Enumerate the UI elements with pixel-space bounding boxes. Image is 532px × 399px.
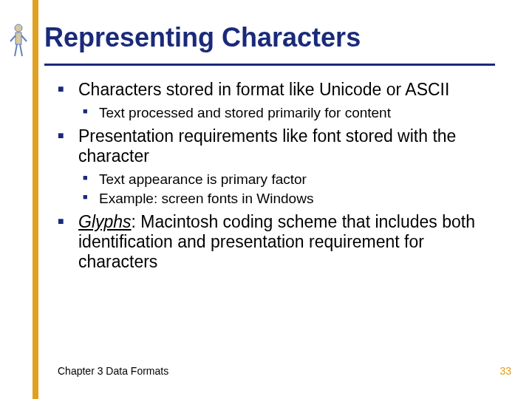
footer-page-number: 33 [499,365,511,377]
svg-line-5 [20,44,22,56]
bullet-text: Characters stored in format like Unicode… [78,80,449,99]
sub-bullet-text: Text processed and stored primarily for … [99,105,391,120]
content-area: Characters stored in format like Unicode… [58,80,494,276]
sub-bullet-text: Text appearance is primary factor [99,171,307,187]
glyphs-term: Glyphs [78,212,132,231]
bullet-text-rest: : Macintosh coding scheme that includes … [78,212,475,271]
bullet-text: Presentation requirements like font stor… [78,126,456,166]
sub-bullet-item: Text processed and stored primarily for … [83,104,494,122]
sub-bullet-text: Example: screen fonts in Windows [99,191,313,206]
sub-bullet-item: Example: screen fonts in Windows [83,190,494,208]
svg-line-3 [21,35,27,41]
svg-line-2 [10,35,16,41]
footer-chapter: Chapter 3 Data Formats [58,365,168,377]
bullet-item: Characters stored in format like Unicode… [58,80,494,122]
title-underline [44,64,495,66]
character-icon [7,22,30,59]
slide-title: Representing Characters [44,22,361,53]
bullet-item: Presentation requirements like font stor… [58,126,494,208]
sub-bullet-item: Text appearance is primary factor [83,171,494,188]
svg-line-4 [15,44,17,56]
svg-point-0 [15,24,22,32]
vertical-accent-bar [33,0,38,399]
slide: Representing Characters Characters store… [0,0,532,399]
svg-rect-1 [16,33,21,44]
bullet-item: Glyphs: Macintosh coding scheme that inc… [58,212,494,272]
